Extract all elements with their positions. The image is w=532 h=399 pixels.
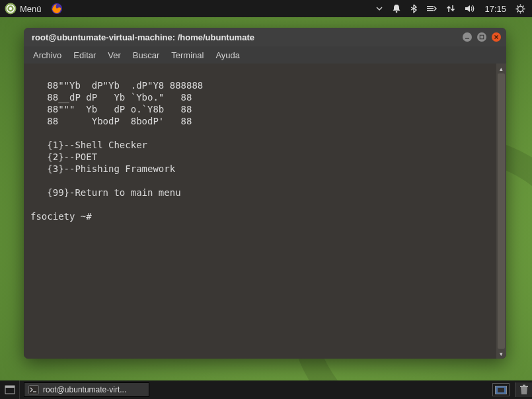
window-title: root@ubuntumate-virtual-machine: /home/u… bbox=[32, 32, 463, 42]
shell-prompt: fsociety ~# bbox=[30, 211, 97, 222]
svg-line-16 bbox=[523, 5, 523, 6]
terminal-body: 88""Yb dP"Yb .dP"Y8 888888 88__dP dP Yb … bbox=[24, 64, 506, 359]
bluetooth-icon[interactable] bbox=[410, 4, 417, 13]
ubuntu-mate-logo-icon[interactable] bbox=[4, 2, 17, 15]
trash-icon[interactable] bbox=[515, 382, 532, 397]
ascii-art-line: 88""" Yb dP o.`Y8b 88 bbox=[30, 104, 192, 114]
menu-buscar[interactable]: Buscar bbox=[129, 49, 163, 62]
firefox-icon[interactable] bbox=[51, 3, 63, 15]
menu-ayuda[interactable]: Ayuda bbox=[211, 49, 244, 62]
scroll-down-icon[interactable]: ▾ bbox=[496, 349, 506, 359]
network-updown-icon[interactable] bbox=[446, 4, 455, 13]
svg-rect-6 bbox=[427, 8, 434, 9]
notification-bell-icon[interactable] bbox=[392, 4, 401, 13]
scroll-up-icon[interactable]: ▴ bbox=[496, 64, 506, 73]
top-panel: Menú 17:15 bbox=[0, 0, 532, 17]
menu-option-2: {2}--POET bbox=[30, 152, 97, 162]
svg-rect-7 bbox=[427, 10, 434, 11]
close-button[interactable] bbox=[492, 32, 501, 42]
menu-option-99: {99}-Return to main menu bbox=[30, 187, 181, 198]
workspace-switcher[interactable] bbox=[492, 383, 510, 396]
network-menu-icon[interactable] bbox=[426, 5, 437, 13]
applications-menu[interactable]: Menú bbox=[20, 4, 42, 14]
minimize-button[interactable] bbox=[463, 32, 472, 42]
menu-option-3: {3}--Phishing Framework bbox=[30, 163, 175, 174]
terminal-window: root@ubuntumate-virtual-machine: /home/u… bbox=[24, 28, 506, 359]
desktop[interactable]: root@ubuntumate-virtual-machine: /home/u… bbox=[0, 17, 532, 380]
window-titlebar[interactable]: root@ubuntumate-virtual-machine: /home/u… bbox=[24, 28, 506, 46]
volume-icon[interactable] bbox=[465, 4, 475, 13]
taskbar-item-label: root@ubuntumate-virt... bbox=[43, 385, 126, 394]
taskbar-item-terminal[interactable]: root@ubuntumate-virt... bbox=[24, 382, 149, 397]
maximize-button[interactable] bbox=[477, 32, 486, 42]
dropdown-indicator-icon[interactable] bbox=[376, 5, 383, 12]
terminal-output[interactable]: 88""Yb dP"Yb .dP"Y8 888888 88__dP dP Yb … bbox=[24, 64, 496, 359]
vertical-scrollbar[interactable]: ▴ ▾ bbox=[496, 64, 506, 359]
menu-ver[interactable]: Ver bbox=[104, 49, 125, 62]
scrollbar-thumb[interactable] bbox=[498, 73, 505, 349]
power-gear-icon[interactable] bbox=[515, 4, 525, 14]
svg-line-14 bbox=[523, 11, 523, 12]
menu-archivo[interactable]: Archivo bbox=[29, 49, 65, 62]
menu-editar[interactable]: Editar bbox=[69, 49, 100, 62]
terminal-menubar: Archivo Editar Ver Buscar Terminal Ayuda bbox=[24, 46, 506, 64]
svg-rect-5 bbox=[427, 6, 434, 7]
svg-point-8 bbox=[518, 6, 523, 11]
svg-rect-20 bbox=[5, 386, 15, 388]
ascii-art-line: 88 YbodP 8bodP' 88 bbox=[30, 116, 192, 126]
svg-point-4 bbox=[396, 11, 398, 13]
ascii-art-line: 88""Yb dP"Yb .dP"Y8 888888 bbox=[30, 80, 203, 91]
ascii-art-line: 88__dP dP Yb `Ybo." 88 bbox=[30, 92, 192, 103]
menu-option-1: {1}--Shell Checker bbox=[30, 140, 147, 150]
svg-rect-18 bbox=[480, 35, 484, 39]
svg-point-2 bbox=[9, 7, 12, 10]
svg-line-15 bbox=[517, 11, 518, 12]
window-controls bbox=[463, 32, 501, 42]
system-tray: 17:15 bbox=[376, 4, 532, 14]
svg-rect-24 bbox=[498, 388, 504, 392]
clock[interactable]: 17:15 bbox=[484, 4, 506, 14]
menu-terminal[interactable]: Terminal bbox=[167, 49, 208, 62]
svg-rect-21 bbox=[29, 386, 39, 394]
scrollbar-track[interactable] bbox=[496, 73, 506, 349]
show-desktop-button[interactable] bbox=[0, 380, 20, 399]
bottom-panel: root@ubuntumate-virt... bbox=[0, 380, 532, 399]
terminal-icon bbox=[28, 385, 39, 394]
svg-rect-17 bbox=[465, 38, 469, 39]
svg-line-13 bbox=[517, 5, 518, 6]
svg-rect-26 bbox=[523, 385, 525, 386]
